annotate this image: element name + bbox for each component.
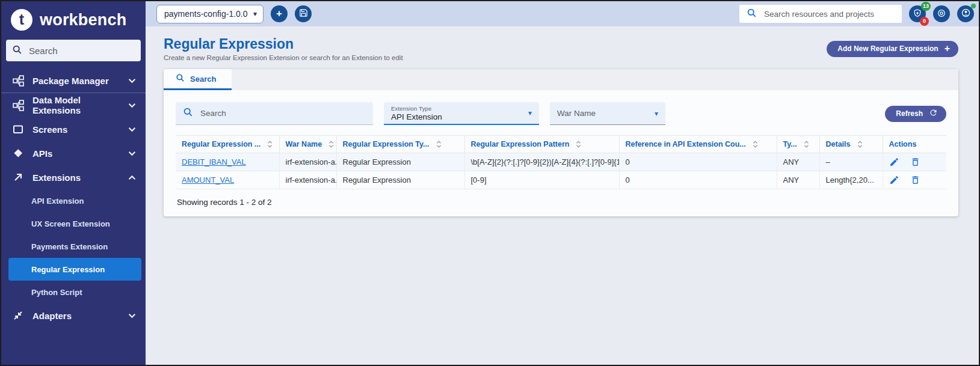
sidebar-subitem-ux-screen-extension[interactable]: UX Screen Extension — [1, 212, 146, 235]
sub-item-label: UX Screen Extension — [31, 219, 110, 228]
hierarchy-icon — [12, 75, 24, 87]
sort-icon[interactable] — [436, 140, 442, 148]
sidebar-subitem-python-script[interactable]: Python Script — [1, 281, 146, 303]
column-header: Reference in API Extension Cou... — [626, 140, 746, 148]
sort-icon[interactable] — [328, 140, 334, 148]
sidebar: t workbench Package Manager Data Model — [1, 1, 146, 365]
sidebar-item-adapters[interactable]: Adapters — [1, 303, 146, 328]
column-header: Actions — [889, 140, 917, 148]
sidebar-item-extensions[interactable]: Extensions — [1, 165, 146, 189]
caret-down-icon: ▾ — [528, 109, 532, 117]
plus-icon: + — [276, 8, 282, 19]
table-search[interactable] — [176, 102, 373, 125]
refresh-button[interactable]: Refresh — [885, 106, 946, 122]
page-subtitle: Create a new Regular Expression Extensio… — [164, 54, 403, 61]
row-actions — [889, 157, 942, 167]
sort-icon[interactable] — [267, 140, 273, 148]
search-icon — [12, 44, 22, 57]
chevron-up-icon — [128, 175, 136, 180]
search-icon — [747, 8, 757, 20]
table-row: DEBIT_IBAN_VAL irf-extension-a... Regula… — [176, 153, 946, 171]
sidebar-subitem-payments-extension[interactable]: Payments Extension — [1, 235, 146, 258]
sort-icon[interactable] — [753, 140, 758, 148]
add-project-button[interactable]: + — [271, 5, 288, 22]
sort-icon[interactable] — [857, 140, 863, 148]
edit-icon[interactable] — [889, 157, 899, 167]
save-button[interactable] — [295, 5, 312, 22]
sidebar-item-label: Package Manager — [32, 76, 109, 86]
sidebar-item-data-model-extensions[interactable]: Data Model Extensions — [1, 93, 146, 117]
war-name-select[interactable]: War Name ▾ — [550, 102, 665, 125]
filter-bar: Extension Type API Extension ▾ War Name … — [176, 102, 946, 125]
sidebar-item-screens[interactable]: Screens — [1, 117, 146, 141]
extension-type-select[interactable]: Extension Type API Extension ▾ — [384, 102, 539, 125]
add-button-label: Add New Regular Expression — [837, 44, 938, 53]
row-actions — [889, 175, 942, 185]
table-search-input[interactable] — [199, 108, 366, 118]
online-status-dot — [971, 4, 976, 8]
search-icon — [183, 107, 193, 120]
brand-name: workbench — [40, 11, 126, 29]
brand: t workbench — [1, 1, 146, 36]
main-content: Regular Expression Create a new Regular … — [146, 26, 979, 365]
hierarchy-icon — [12, 100, 24, 111]
security-status-button[interactable]: 13 0 — [909, 5, 926, 22]
cell-ty: ANY — [777, 153, 819, 171]
delete-icon[interactable] — [910, 175, 920, 185]
brand-logo-icon[interactable]: t — [11, 9, 32, 31]
column-header: Regular Expression Pattern — [471, 140, 570, 148]
notification-badge-green: 13 — [921, 2, 931, 11]
arrow-outward-icon — [12, 172, 24, 183]
extension-type-label: Extension Type — [391, 105, 442, 112]
column-header: Ty... — [783, 140, 797, 148]
global-search-input[interactable] — [763, 9, 896, 19]
tab-label: Search — [190, 75, 216, 84]
chevron-down-icon — [128, 78, 136, 84]
records-count: Showing records 1 - 2 of 2 — [177, 198, 946, 207]
cell-type: Regular Expression — [336, 171, 464, 189]
sidebar-item-package-manager[interactable]: Package Manager — [1, 69, 146, 93]
sort-icon[interactable] — [576, 140, 581, 148]
sub-item-label: Python Script — [31, 288, 82, 297]
row-name-link[interactable]: DEBIT_IBAN_VAL — [182, 157, 246, 166]
sub-item-label: Payments Extension — [31, 242, 108, 251]
caret-down-icon: ▾ — [655, 110, 658, 117]
column-header: Details — [826, 140, 851, 148]
arrows-inward-icon — [12, 310, 24, 321]
column-header: Regular Expression Ty... — [343, 140, 430, 148]
support-button[interactable] — [933, 5, 950, 22]
account-icon — [961, 8, 971, 20]
war-name-value: War Name — [557, 109, 596, 118]
column-header: Regular Expression ... — [182, 140, 260, 148]
screen-icon — [12, 124, 24, 135]
refresh-icon — [929, 108, 938, 119]
chevron-down-icon — [128, 151, 136, 156]
sidebar-item-apis[interactable]: ❖ APIs — [1, 141, 146, 165]
cell-type: Regular Expression — [336, 153, 464, 171]
sidebar-subitem-api-extension[interactable]: API Extension — [1, 189, 146, 212]
delete-icon[interactable] — [910, 157, 920, 167]
sidebar-item-label: Screens — [32, 124, 67, 135]
sidebar-search-input[interactable] — [28, 45, 135, 56]
content-card: Search Extension Type — [164, 69, 958, 216]
results-table: Regular Expression ... War Name Regular … — [176, 135, 946, 189]
sidebar-search[interactable] — [6, 40, 141, 61]
account-button[interactable] — [957, 5, 974, 22]
global-search[interactable] — [739, 5, 902, 23]
project-select[interactable]: payments-config-1.0.0 ▾ — [156, 5, 263, 23]
sort-icon[interactable] — [804, 140, 809, 148]
sidebar-item-label: Adapters — [32, 311, 72, 321]
tab-strip: Search — [164, 69, 958, 90]
notification-badge-red: 0 — [920, 17, 929, 26]
app-window: t workbench Package Manager Data Model — [0, 0, 980, 366]
sidebar-subitem-regular-expression[interactable]: Regular Expression — [8, 258, 141, 281]
cell-ref-count: 0 — [619, 153, 777, 171]
cell-ty: ANY — [777, 171, 819, 189]
row-name-link[interactable]: AMOUNT_VAL — [182, 175, 234, 185]
add-new-regular-expression-button[interactable]: Add New Regular Expression + — [827, 41, 958, 57]
table-header-row: Regular Expression ... War Name Regular … — [176, 136, 946, 153]
edit-icon[interactable] — [889, 175, 899, 185]
search-icon — [176, 73, 185, 84]
tab-search[interactable]: Search — [164, 69, 232, 90]
chevron-down-icon — [128, 127, 136, 132]
